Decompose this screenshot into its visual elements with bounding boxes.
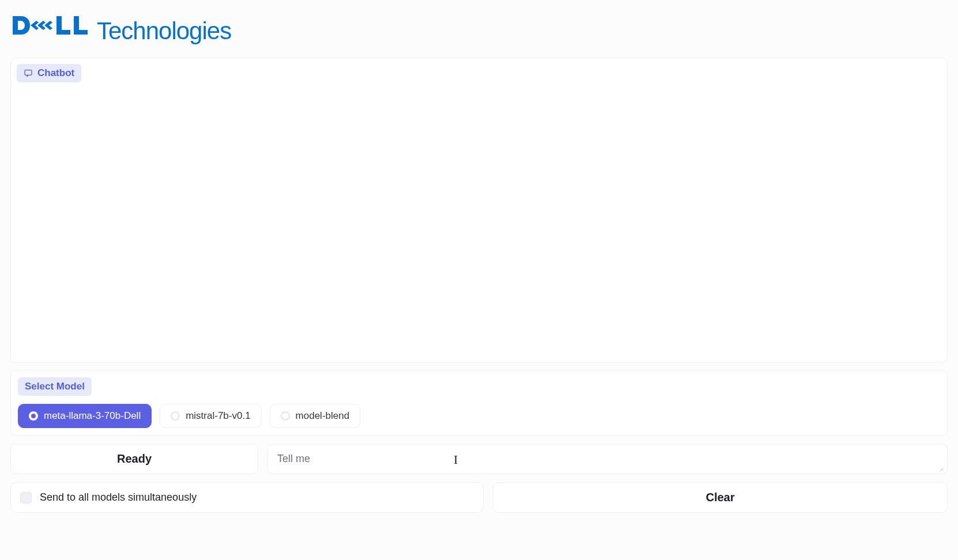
dell-logo-svg [10, 12, 97, 39]
model-radio-group: meta-llama-3-70b-Dell mistral-7b-v0.1 mo… [18, 404, 940, 428]
clear-button[interactable]: Clear [493, 482, 948, 513]
select-model-label: Select Model [18, 377, 92, 396]
svg-rect-3 [74, 30, 88, 35]
checkbox-icon[interactable] [20, 492, 32, 504]
logo-area: Technologies [0, 0, 958, 51]
prompt-input[interactable] [268, 445, 947, 473]
radio-dot-icon [29, 411, 38, 421]
broadcast-label: Send to all models simultaneously [40, 491, 197, 504]
model-option-model-blend[interactable]: model-blend [270, 404, 361, 428]
prompt-box: I [267, 444, 948, 474]
svg-rect-1 [56, 30, 70, 35]
logo-suffix-text: Technologies [97, 17, 231, 45]
clear-button-label: Clear [706, 491, 734, 504]
status-box: Ready [10, 444, 258, 474]
chat-icon [24, 69, 33, 78]
chatbot-panel: Chatbot [10, 58, 948, 363]
chatbot-badge: Chatbot [17, 64, 81, 82]
input-row: Ready I [10, 444, 948, 474]
model-option-label: meta-llama-3-70b-Dell [44, 410, 141, 422]
chatbot-label: Chatbot [37, 67, 74, 79]
model-option-meta-llama[interactable]: meta-llama-3-70b-Dell [18, 404, 152, 428]
status-label: Ready [117, 452, 152, 465]
model-option-label: model-blend [296, 410, 350, 422]
resize-handle-icon[interactable] [938, 464, 945, 471]
radio-dot-icon [171, 411, 180, 421]
dell-technologies-logo: Technologies [10, 12, 231, 45]
svg-rect-4 [25, 70, 32, 75]
model-section: Select Model meta-llama-3-70b-Dell mistr… [10, 370, 948, 436]
bottom-row: Send to all models simultaneously Clear [10, 482, 948, 513]
model-option-label: mistral-7b-v0.1 [186, 410, 250, 422]
broadcast-checkbox-row[interactable]: Send to all models simultaneously [10, 482, 484, 513]
radio-dot-icon [281, 411, 290, 421]
model-option-mistral[interactable]: mistral-7b-v0.1 [160, 404, 261, 428]
